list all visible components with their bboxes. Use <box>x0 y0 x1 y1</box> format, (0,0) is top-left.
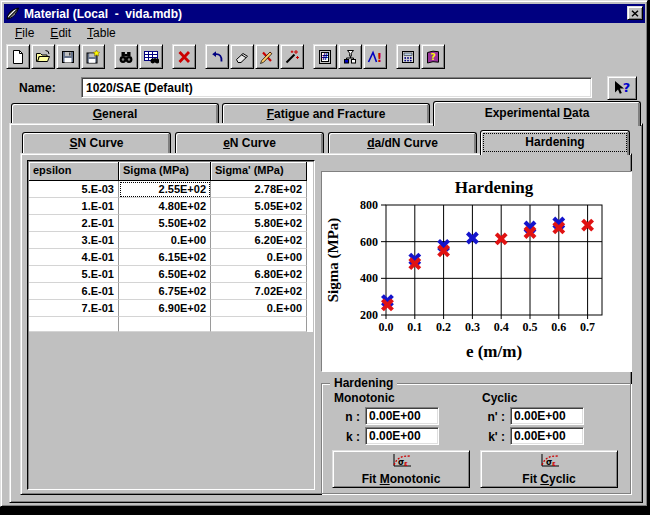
undo-icon <box>209 49 225 65</box>
tab-general[interactable]: General <box>11 103 219 124</box>
toolbar-separator <box>106 56 114 57</box>
table-cell[interactable]: 1.E-01 <box>29 198 119 215</box>
hierarchy-filter-button[interactable] <box>338 44 362 69</box>
k-prime-input[interactable] <box>510 427 584 445</box>
fit-cyclic-button[interactable]: σ ε Fit Cyclic <box>480 450 618 488</box>
save-as-button[interactable] <box>81 44 105 69</box>
table-cell[interactable]: 0.E+00 <box>211 249 307 266</box>
magic-wand-icon <box>284 49 300 65</box>
table-row: 2.E-015.50E+025.80E+02 <box>29 215 313 232</box>
table-cell[interactable]: 5.80E+02 <box>211 215 307 232</box>
table-cell[interactable]: 5.E-01 <box>29 266 119 283</box>
table-cell[interactable]: 5.05E+02 <box>211 198 307 215</box>
help-book-button[interactable]: ? <box>421 44 445 69</box>
undo-button[interactable] <box>205 44 229 69</box>
table-cell[interactable]: 6.75E+02 <box>119 283 211 300</box>
menu-edit[interactable]: Edit <box>42 25 79 41</box>
table-cell[interactable]: 2.55E+02 <box>119 181 211 198</box>
tab-fatigue-and-fracture[interactable]: Fatigue and Fracture <box>222 103 430 124</box>
close-icon <box>631 10 639 17</box>
tab-en-curve[interactable]: eN Curve <box>175 132 324 153</box>
n-prime-input[interactable] <box>510 407 584 425</box>
context-help-button[interactable]: ? <box>607 76 637 100</box>
table-cell[interactable]: 6.E-01 <box>29 283 119 300</box>
auto-fill-wand-button[interactable] <box>280 44 304 69</box>
table-cell[interactable]: 6.20E+02 <box>211 232 307 249</box>
n-input[interactable] <box>365 407 439 425</box>
new-document-button[interactable] <box>6 44 30 69</box>
x-tick-label: 0.4 <box>494 320 509 334</box>
table-cell[interactable]: 0.E+00 <box>211 300 307 317</box>
k-label: k : <box>330 430 360 444</box>
find-button[interactable] <box>114 44 138 69</box>
table-cell[interactable]: 3.E-01 <box>29 232 119 249</box>
titlebar[interactable]: Material (Local - vida.mdb) <box>4 4 645 23</box>
app-icon <box>6 7 20 21</box>
tab-hardening[interactable]: Hardening <box>480 130 630 155</box>
table-row: 3.E-010.E+006.20E+02 <box>29 232 313 249</box>
table-cell[interactable]: 5.E-03 <box>29 181 119 198</box>
numeric-grid-icon: # <box>317 49 333 65</box>
curve-check-button[interactable]: ! <box>363 44 387 69</box>
table-cell[interactable]: 6.80E+02 <box>211 266 307 283</box>
x-tick-label: 0.2 <box>436 320 451 334</box>
table-cell[interactable]: 6.50E+02 <box>119 266 211 283</box>
table-row: 1.E-014.80E+025.05E+02 <box>29 198 313 215</box>
red-x-icon <box>176 49 192 65</box>
chart-panel: 0.00.10.20.30.40.50.60.7200400600800Hard… <box>321 171 632 372</box>
table-cell[interactable]: 5.50E+02 <box>119 215 211 232</box>
toolbar-separator <box>305 56 313 57</box>
hierarchy-filter-icon <box>342 49 358 65</box>
table-cell[interactable]: 4.80E+02 <box>119 198 211 215</box>
tab-experimental-data[interactable]: Experimental Data <box>433 101 641 126</box>
delete-cells-button[interactable] <box>255 44 279 69</box>
menu-table[interactable]: Table <box>79 25 124 41</box>
table-cell[interactable]: 2.78E+02 <box>211 181 307 198</box>
table-cell[interactable]: 6.15E+02 <box>119 249 211 266</box>
fit-monotonic-button[interactable]: σ ε Fit Monotonic <box>332 450 470 488</box>
open-folder-icon <box>35 49 51 65</box>
data-grid: epsilon Sigma (MPa) Sigma' (MPa) 5.E-032… <box>29 162 313 332</box>
close-button[interactable] <box>627 6 643 20</box>
calculator-icon <box>400 49 416 65</box>
table-row: 5.E-032.55E+022.78E+02 <box>29 181 313 198</box>
table-row: 5.E-016.50E+026.80E+02 <box>29 266 313 283</box>
tab-dadn-curve[interactable]: da/dN Curve <box>328 132 477 153</box>
table-cell[interactable]: 7.02E+02 <box>211 283 307 300</box>
table-cell[interactable]: 6.90E+02 <box>119 300 211 317</box>
monotonic-label: Monotonic <box>334 391 395 405</box>
table-cell[interactable]: 2.E-01 <box>29 215 119 232</box>
table-cell[interactable] <box>211 317 307 332</box>
table-row: 6.E-016.75E+027.02E+02 <box>29 283 313 300</box>
save-button[interactable] <box>56 44 80 69</box>
k-prime-label: k' : <box>472 430 505 444</box>
calculator-button[interactable] <box>396 44 420 69</box>
x-tick-label: 0.1 <box>407 320 422 334</box>
context-help-icon: ? <box>612 80 632 96</box>
delete-record-button[interactable] <box>172 44 196 69</box>
y-tick-label: 600 <box>360 235 378 249</box>
tab-sn-curve[interactable]: SN Curve <box>22 132 171 153</box>
erase-button[interactable] <box>230 44 254 69</box>
menu-file[interactable]: File <box>7 25 42 41</box>
column-header-sigma: Sigma (MPa) <box>119 162 211 181</box>
svg-text:?: ? <box>623 80 631 95</box>
find-in-table-icon <box>143 49 159 65</box>
table-cell[interactable] <box>29 317 119 332</box>
delete-cells-icon <box>259 49 275 65</box>
table-cell[interactable]: 4.E-01 <box>29 249 119 266</box>
x-tick-label: 0.7 <box>580 320 595 334</box>
table-cell[interactable] <box>119 317 211 332</box>
table-cell[interactable]: 0.E+00 <box>119 232 211 249</box>
find-in-table-button[interactable] <box>139 44 163 69</box>
window-title: Material (Local - vida.mdb) <box>24 7 182 21</box>
k-input[interactable] <box>365 427 439 445</box>
table-row-empty[interactable] <box>29 317 313 332</box>
x-tick-label: 0.5 <box>523 320 538 334</box>
name-input[interactable] <box>81 77 592 98</box>
open-button[interactable] <box>31 44 55 69</box>
numeric-grid-button[interactable]: # <box>313 44 337 69</box>
curve-fit-icon: σ ε <box>537 453 561 468</box>
table-cell[interactable]: 7.E-01 <box>29 300 119 317</box>
n-prime-label: n' : <box>472 410 505 424</box>
